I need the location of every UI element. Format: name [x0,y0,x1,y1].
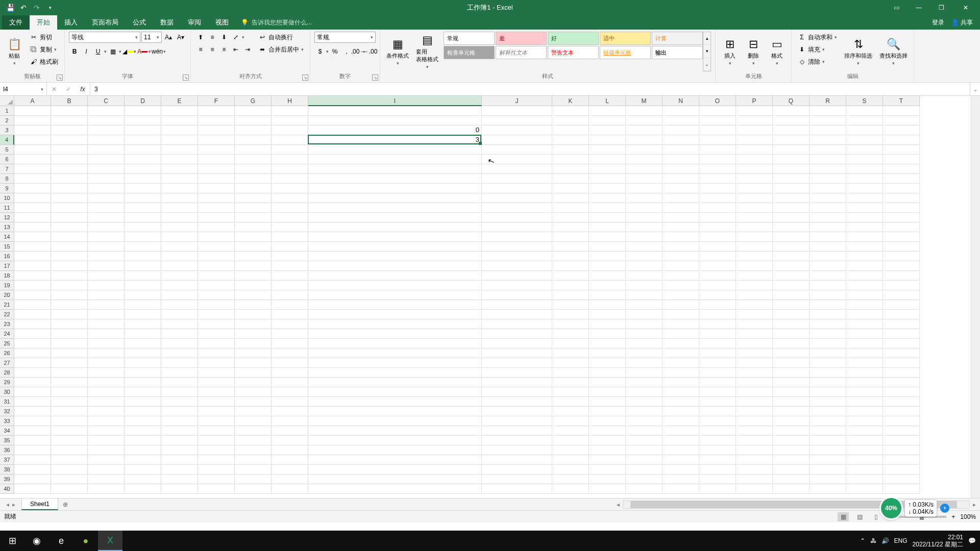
taskbar-app-1[interactable]: ◉ [24,531,49,551]
align-middle-button[interactable]: ≡ [207,32,218,43]
row-header-34[interactable]: 34 [0,426,14,436]
tab-data[interactable]: 数据 [153,15,181,30]
italic-button[interactable]: I [81,46,92,57]
style-check[interactable]: 检查单元格 [444,46,495,59]
row-header-14[interactable]: 14 [0,232,14,242]
share-button[interactable]: 👤 共享 [951,18,973,27]
taskbar-edge[interactable]: e [49,531,74,551]
row-header-3[interactable]: 3 [0,126,14,135]
conditional-formatting-button[interactable]: ▦条件格式▾ [384,32,411,71]
cut-button[interactable]: ✂剪切 [28,32,60,43]
maximize-button[interactable]: ❐ [932,2,950,14]
tray-clock[interactable]: 22:01 2022/11/22 星期二 [913,534,963,548]
name-box[interactable]: I4▾ [0,83,47,95]
row-header-38[interactable]: 38 [0,465,14,474]
number-dialog-launcher[interactable]: ↘ [372,74,378,81]
sheet-nav-buttons[interactable]: ◂▸ [0,498,21,510]
expand-formula-bar-button[interactable]: ⌄ [970,83,980,95]
style-bad[interactable]: 差 [496,32,547,45]
col-header-L[interactable]: L [589,96,626,106]
col-header-A[interactable]: A [14,96,51,106]
row-header-33[interactable]: 33 [0,416,14,426]
row-header-22[interactable]: 22 [0,310,14,319]
tray-ime[interactable]: ENG [894,537,908,544]
decrease-indent-button[interactable]: ⇤ [230,44,241,55]
increase-font-button[interactable]: A▴ [163,32,174,43]
tab-page-layout[interactable]: 页面布局 [85,15,126,30]
col-header-C[interactable]: C [88,96,125,106]
sort-filter-button[interactable]: ⇅排序和筛选▾ [842,32,874,71]
tray-network-icon[interactable]: 🖧 [870,537,876,544]
row-header-27[interactable]: 27 [0,358,14,368]
clipboard-dialog-launcher[interactable]: ↘ [57,74,63,81]
wrap-text-button[interactable]: ↩自动换行 [256,32,306,43]
style-normal[interactable]: 常规 [444,32,495,45]
row-header-6[interactable]: 6 [0,155,14,164]
row-header-17[interactable]: 17 [0,261,14,271]
style-warning[interactable]: 警告文本 [548,46,599,59]
find-select-button[interactable]: 🔍查找和选择▾ [877,32,910,71]
row-header-10[interactable]: 10 [0,193,14,203]
tab-home[interactable]: 开始 [30,15,57,30]
col-header-F[interactable]: F [198,96,235,106]
row-header-39[interactable]: 39 [0,474,14,484]
fill-button[interactable]: ⬇填充▾ [796,44,839,55]
font-color-button[interactable]: A [137,46,148,57]
decrease-decimal-button[interactable]: ←.00 [364,46,376,57]
font-name-selector[interactable]: 等线▾ [69,32,140,43]
format-cells-button[interactable]: ▭格式▾ [767,32,787,71]
styles-gallery-more[interactable]: ▴▾⌄ [703,32,711,71]
phonetic-button[interactable]: wén [152,46,163,57]
row-header-8[interactable]: 8 [0,174,14,184]
row-header-36[interactable]: 36 [0,445,14,455]
autosum-button[interactable]: Σ自动求和▾ [796,32,839,43]
row-header-40[interactable]: 40 [0,484,14,494]
row-header-28[interactable]: 28 [0,368,14,378]
col-header-S[interactable]: S [846,96,883,106]
style-calc[interactable]: 计算 [652,32,703,45]
bold-button[interactable]: B [69,46,80,57]
fill-color-button[interactable]: ◢ [122,46,133,57]
percent-format-button[interactable]: % [329,46,340,57]
tray-notifications-icon[interactable]: 💬 [968,537,976,544]
decrease-font-button[interactable]: A▾ [175,32,186,43]
style-link[interactable]: 链接单元格 [600,46,651,59]
copy-button[interactable]: ⿻复制▾ [28,44,60,55]
insert-function-button[interactable]: fx [76,86,90,93]
align-left-button[interactable]: ≡ [195,44,206,55]
tab-review[interactable]: 审阅 [181,15,208,30]
increase-indent-button[interactable]: ⇥ [242,44,253,55]
qat-more-icon[interactable]: ▾ [46,4,54,12]
undo-icon[interactable]: ↶ [19,4,28,12]
tab-file[interactable]: 文件 [2,15,30,30]
font-dialog-launcher[interactable]: ↘ [183,74,189,81]
col-header-N[interactable]: N [663,96,699,106]
style-good[interactable]: 好 [548,32,599,45]
underline-button[interactable]: U [92,46,104,57]
row-header-37[interactable]: 37 [0,455,14,465]
tell-me-search[interactable]: 💡 告诉我您想要做什么... [241,15,312,30]
page-layout-view-button[interactable]: ▤ [854,512,865,521]
alignment-dialog-launcher[interactable]: ↘ [302,74,308,81]
select-all-button[interactable] [0,96,14,106]
row-header-1[interactable]: 1 [0,106,14,116]
align-top-button[interactable]: ⬆ [195,32,206,43]
row-header-18[interactable]: 18 [0,271,14,281]
col-header-J[interactable]: J [482,96,552,106]
row-header-11[interactable]: 11 [0,203,14,213]
row-header-5[interactable]: 5 [0,145,14,155]
row-header-13[interactable]: 13 [0,222,14,232]
taskbar-excel[interactable]: X [98,531,122,551]
page-break-view-button[interactable]: ▯ [870,512,881,521]
col-header-D[interactable]: D [125,96,161,106]
row-header-12[interactable]: 12 [0,213,14,222]
tray-volume-icon[interactable]: 🔊 [881,537,889,544]
col-header-Q[interactable]: Q [773,96,810,106]
number-format-selector[interactable]: 常规▾ [314,32,376,43]
row-header-21[interactable]: 21 [0,300,14,310]
zoom-in-button[interactable]: + [951,513,955,520]
tab-insert[interactable]: 插入 [57,15,85,30]
row-header-2[interactable]: 2 [0,116,14,126]
merge-center-button[interactable]: ⬌合并后居中▾ [256,44,306,55]
new-sheet-button[interactable]: ⊕ [58,498,72,510]
